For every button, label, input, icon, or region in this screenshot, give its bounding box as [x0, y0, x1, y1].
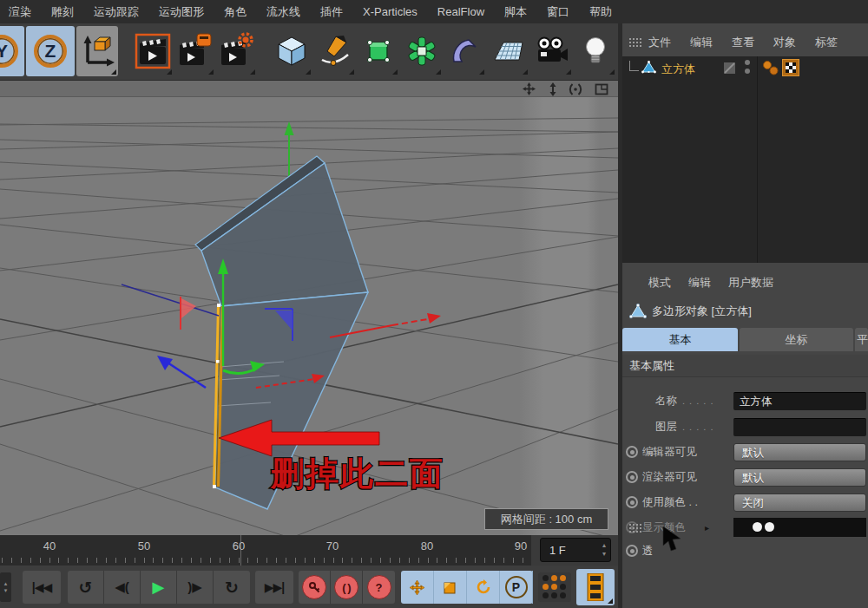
tick-marks	[2, 558, 529, 563]
om-menu-view[interactable]: 查看	[732, 35, 754, 50]
menu-character[interactable]: 角色	[224, 4, 247, 20]
annotation-text: 删掉此二面	[270, 455, 444, 492]
keying-dots-grid[interactable]	[538, 572, 571, 602]
deformers-button[interactable]	[444, 26, 486, 76]
axis-z-button[interactable]: Z	[26, 26, 75, 76]
viewport-zoom-icon[interactable]	[543, 82, 562, 96]
tick-label: 50	[138, 539, 150, 552]
menu-motion-tracker[interactable]: 运动跟踪	[94, 4, 139, 20]
go-to-start-button[interactable]: |◀◀	[23, 571, 61, 604]
menu-help[interactable]: 帮助	[589, 4, 612, 20]
modeling-tools-button[interactable]	[401, 26, 443, 76]
menu-sculpt[interactable]: 雕刻	[51, 4, 74, 20]
workplane-button[interactable]	[76, 26, 118, 76]
field-row-layer: 图层. . . . .	[622, 416, 868, 439]
next-key-button[interactable]: ↻	[214, 571, 250, 604]
selection-tag-icon[interactable]	[782, 59, 799, 76]
object-row-cube[interactable]: 立方体	[622, 56, 868, 79]
object-name[interactable]: 立方体	[661, 62, 695, 77]
grip-icon[interactable]	[628, 37, 641, 49]
om-menu-object[interactable]: 对象	[773, 35, 796, 50]
am-menu-mode[interactable]: 模式	[648, 275, 671, 291]
basic-properties-header[interactable]: 基本属性	[622, 355, 868, 377]
keyframe-selection-button[interactable]: ?	[363, 571, 395, 604]
spinner-icon[interactable]: ▴▾	[602, 541, 606, 559]
frame-increment-select[interactable]: 1 F ▴▾	[540, 538, 611, 562]
expander-icon[interactable]: ▸	[705, 523, 709, 533]
previous-frame-button[interactable]: ◀(	[104, 571, 141, 604]
timeline-track[interactable]: 40 50 60 70 80 90	[0, 535, 531, 566]
radio-icon[interactable]	[626, 471, 638, 483]
radio-icon[interactable]	[626, 446, 638, 458]
autokey-button[interactable]: ( )	[331, 571, 363, 604]
record-position-button[interactable]	[401, 571, 434, 604]
radio-icon[interactable]	[626, 545, 638, 557]
attribute-object-header: 多边形对象 [立方体]	[622, 298, 868, 324]
menu-realflow[interactable]: RealFlow	[437, 5, 484, 18]
tick-label: 90	[515, 539, 527, 552]
viewport-maximize-icon[interactable]	[592, 82, 611, 96]
camera-button[interactable]	[531, 26, 573, 76]
menu-window[interactable]: 窗口	[547, 4, 569, 20]
render-settings-button[interactable]	[215, 26, 257, 76]
cinema4d-window: 渲染 雕刻 运动跟踪 运动图形 角色 流水线 插件 X-Particles Re…	[0, 0, 868, 608]
attribute-tabs: 基本 坐标 平	[622, 328, 868, 351]
viewport-canvas[interactable]: 删掉此二面 网格间距 : 100 cm	[0, 97, 618, 535]
axis-cube-icon	[80, 34, 115, 69]
visibility-dots[interactable]	[745, 60, 750, 74]
phong-tag-icon[interactable]	[761, 59, 780, 76]
menu-mograph[interactable]: 运动图形	[159, 4, 204, 20]
menu-plugins[interactable]: 插件	[320, 4, 343, 20]
generators-button[interactable]	[358, 26, 399, 76]
y-axis-icon: Y	[0, 35, 18, 68]
left-spinner[interactable]: ▴▾	[0, 572, 11, 602]
menu-xparticles[interactable]: X-Particles	[363, 5, 418, 18]
menu-pipeline[interactable]: 流水线	[266, 4, 300, 20]
om-menu-edit[interactable]: 编辑	[690, 35, 713, 50]
am-menu-edit[interactable]: 编辑	[688, 275, 711, 291]
display-color-value[interactable]	[733, 518, 866, 537]
object-list[interactable]: 立方体	[622, 56, 868, 263]
next-frame-button[interactable]: )▶	[177, 571, 214, 604]
axis-y-button[interactable]: Y	[0, 26, 24, 76]
render-picture-viewer-button[interactable]	[174, 26, 215, 76]
pen-spline-button[interactable]	[314, 26, 356, 76]
viewport-scene: 删掉此二面	[0, 97, 618, 535]
floor-grid-icon	[492, 35, 525, 68]
timeline-ruler[interactable]: 40 50 60 70 80 90 1 F ▴▾	[0, 535, 618, 566]
record-rotation-button[interactable]	[467, 571, 500, 604]
tab-coordinates[interactable]: 坐标	[740, 328, 853, 351]
polygon-object-icon	[641, 61, 656, 74]
renderer-visibility-dropdown[interactable]: 默认	[733, 468, 866, 487]
play-button[interactable]: ▶	[141, 571, 177, 604]
layer-input[interactable]	[733, 418, 866, 436]
light-button[interactable]	[575, 26, 616, 76]
viewport-pan-icon[interactable]	[519, 82, 538, 96]
current-frame-marker[interactable]	[240, 535, 241, 566]
environment-button[interactable]	[488, 26, 529, 76]
render-view-button[interactable]	[132, 26, 174, 76]
enable-toggle-icon[interactable]	[723, 62, 736, 75]
om-menu-file[interactable]: 文件	[648, 35, 671, 50]
field-label: 使用颜色 . .	[642, 495, 698, 510]
record-keyframe-button[interactable]	[299, 571, 331, 604]
menu-render[interactable]: 渲染	[9, 4, 31, 20]
mouse-cursor	[661, 526, 684, 553]
editor-visibility-dropdown[interactable]: 默认	[733, 443, 866, 461]
tab-basic[interactable]: 基本	[622, 328, 738, 351]
primitive-cube-button[interactable]	[271, 26, 312, 76]
menu-script[interactable]: 脚本	[504, 4, 527, 20]
record-parameter-button[interactable]: P	[500, 571, 533, 604]
tab-phong[interactable]: 平	[855, 328, 868, 351]
render-queue-button[interactable]	[576, 569, 615, 605]
radio-icon[interactable]	[626, 521, 638, 533]
record-scale-button[interactable]	[434, 571, 467, 604]
om-menu-tags[interactable]: 标签	[815, 35, 838, 50]
previous-key-button[interactable]: ↺	[68, 571, 104, 604]
use-color-dropdown[interactable]: 关闭	[733, 494, 866, 512]
am-menu-userdata[interactable]: 用户数据	[728, 275, 773, 291]
go-to-end-button[interactable]: ▶▶|	[255, 571, 293, 604]
name-input[interactable]: 立方体	[733, 392, 866, 410]
viewport-rotate-icon[interactable]	[566, 82, 585, 96]
radio-icon[interactable]	[626, 496, 638, 508]
